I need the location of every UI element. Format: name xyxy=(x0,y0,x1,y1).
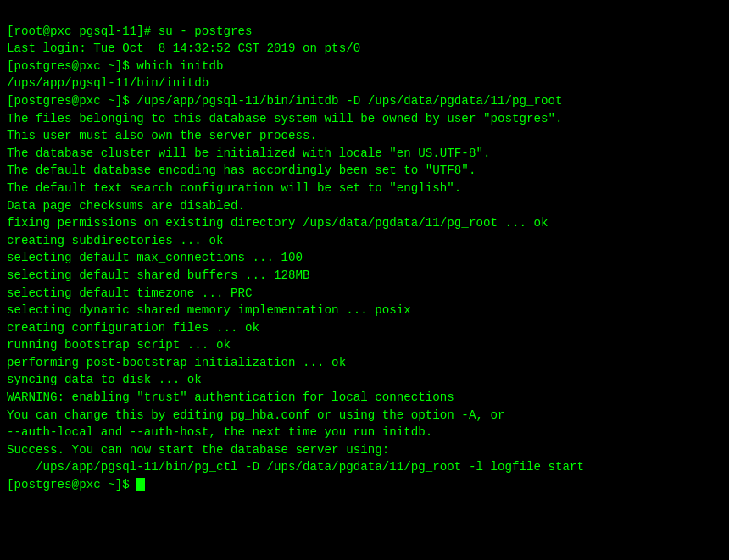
terminal-cursor xyxy=(136,478,145,491)
terminal-line: [postgres@pxc ~]$ /ups/app/pgsql-11/bin/… xyxy=(7,92,722,110)
terminal-line: [root@pxc pgsql-11]# su - postgres xyxy=(7,23,722,41)
terminal-line: [postgres@pxc ~]$ xyxy=(7,476,722,494)
terminal-line: running bootstrap script ... ok xyxy=(7,336,722,354)
terminal-line: WARNING: enabling "trust" authentication… xyxy=(7,389,722,407)
terminal-line: Data page checksums are disabled. xyxy=(7,197,722,215)
terminal-line: This user must also own the server proce… xyxy=(7,127,722,145)
terminal-line: [postgres@pxc ~]$ which initdb xyxy=(7,58,722,75)
terminal-line: creating subdirectories ... ok xyxy=(7,232,722,250)
terminal-line: The default text search configuration wi… xyxy=(7,180,722,197)
terminal-line: creating configuration files ... ok xyxy=(7,319,722,337)
terminal-line: The default database encoding has accord… xyxy=(7,162,722,180)
terminal-line: selecting default shared_buffers ... 128… xyxy=(7,267,722,285)
terminal-window[interactable]: [root@pxc pgsql-11]# su - postgresLast l… xyxy=(0,0,729,560)
terminal-line: syncing data to disk ... ok xyxy=(7,371,722,389)
terminal-line: --auth-local and --auth-host, the next t… xyxy=(7,424,722,441)
terminal-line: selecting default timezone ... PRC xyxy=(7,285,722,302)
terminal-line: selecting default max_connections ... 10… xyxy=(7,249,722,267)
terminal-line: selecting dynamic shared memory implemen… xyxy=(7,302,722,319)
terminal-line: Success. You can now start the database … xyxy=(7,441,722,459)
terminal-line: Last login: Tue Oct 8 14:32:52 CST 2019 … xyxy=(7,40,722,58)
terminal-line: /ups/app/pgsql-11/bin/pg_ctl -D /ups/dat… xyxy=(7,458,722,476)
terminal-line: /ups/app/pgsql-11/bin/initdb xyxy=(7,75,722,92)
terminal-line: performing post-bootstrap initialization… xyxy=(7,354,722,372)
terminal-line: The database cluster will be initialized… xyxy=(7,145,722,163)
terminal-line: fixing permissions on existing directory… xyxy=(7,214,722,232)
terminal-line: You can change this by editing pg_hba.co… xyxy=(7,407,722,424)
terminal-line: The files belonging to this database sys… xyxy=(7,110,722,128)
